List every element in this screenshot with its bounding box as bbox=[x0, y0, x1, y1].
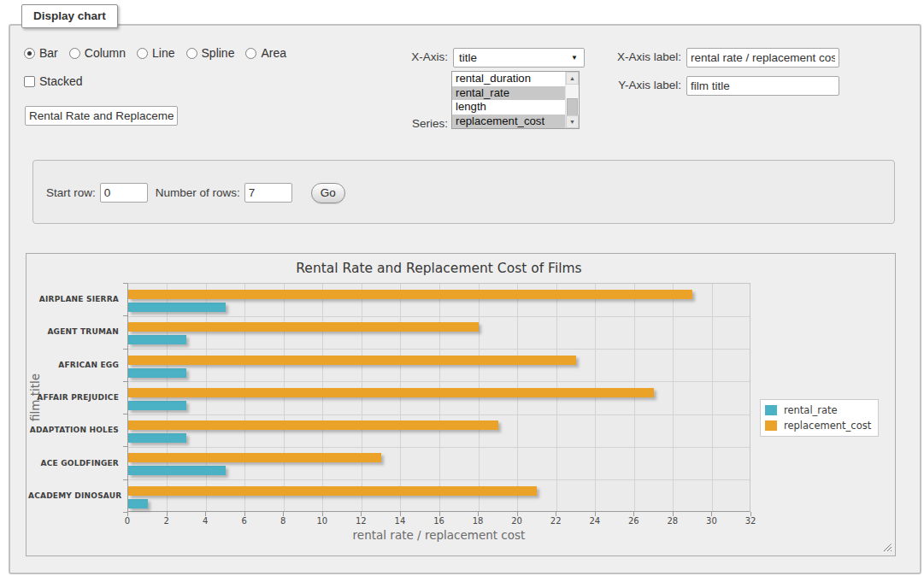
y-axis-category-label: ACADEMY DINOSAUR bbox=[28, 491, 119, 500]
h-gridline bbox=[128, 316, 750, 317]
y-axis-category-label: AGENT TRUMAN bbox=[28, 327, 119, 336]
bar-rental_rate bbox=[128, 499, 148, 509]
x-tick-label: 30 bbox=[696, 516, 727, 526]
y-axis-category-label: AFFAIR PREJUDICE bbox=[28, 393, 119, 402]
h-gridline bbox=[128, 414, 750, 415]
bar-replacement_cost bbox=[128, 388, 654, 397]
bar-replacement_cost bbox=[128, 486, 537, 496]
chart-type-option-spline[interactable]: Spline bbox=[186, 46, 235, 60]
radio-label: Column bbox=[85, 46, 126, 60]
v-gridline bbox=[322, 284, 323, 511]
legend-swatch bbox=[765, 420, 777, 431]
number-of-rows-input[interactable] bbox=[244, 183, 292, 203]
y-axis-label-input[interactable] bbox=[686, 76, 839, 96]
stacked-checkbox[interactable] bbox=[24, 76, 35, 87]
x-tick-label: 32 bbox=[735, 516, 766, 526]
scrollbar-thumb[interactable] bbox=[567, 98, 578, 116]
x-axis-label-input[interactable] bbox=[686, 48, 839, 68]
y-axis-category-label: AIRPLANE SIERRA bbox=[28, 295, 119, 303]
radio-icon[interactable] bbox=[69, 48, 80, 59]
v-gridline bbox=[673, 284, 674, 511]
chart-x-axis-label: rental rate / replacement cost bbox=[127, 528, 750, 542]
stacked-label: Stacked bbox=[39, 74, 83, 88]
chart-title: Rental Rate and Replacement Cost of Film… bbox=[127, 261, 750, 276]
number-of-rows-label: Number of rows: bbox=[156, 186, 240, 199]
series-listbox-options: rental_durationrental_ratelengthreplacem… bbox=[452, 72, 579, 128]
y-axis-category-label: ACE GOLDFINGER bbox=[28, 459, 119, 467]
radio-icon[interactable] bbox=[24, 48, 35, 59]
y-tickmark bbox=[123, 446, 127, 447]
radio-icon[interactable] bbox=[137, 48, 148, 59]
v-gridline bbox=[634, 284, 635, 511]
bar-rental_rate bbox=[128, 433, 186, 443]
bar-rental_rate bbox=[128, 368, 186, 378]
bar-replacement_cost bbox=[128, 453, 381, 462]
x-tick-label: 16 bbox=[424, 516, 455, 526]
x-tick-label: 28 bbox=[657, 516, 688, 526]
series-option-rental_rate[interactable]: rental_rate bbox=[452, 86, 565, 101]
series-listbox[interactable]: rental_durationrental_ratelengthreplacem… bbox=[451, 71, 580, 129]
x-tick-label: 8 bbox=[268, 516, 298, 526]
bar-rental_rate bbox=[128, 303, 226, 312]
chart-type-option-bar[interactable]: Bar bbox=[24, 46, 58, 60]
x-tick-label: 2 bbox=[151, 516, 182, 526]
start-row-label: Start row: bbox=[46, 186, 96, 199]
series-option-rental_duration[interactable]: rental_duration bbox=[452, 72, 565, 86]
y-tickmark bbox=[123, 512, 127, 513]
go-button[interactable]: Go bbox=[311, 183, 345, 203]
v-gridline bbox=[556, 284, 557, 511]
x-tick-label: 26 bbox=[618, 516, 649, 526]
y-axis-label-field-label: Y-Axis label: bbox=[562, 79, 681, 91]
resize-handle-icon[interactable] bbox=[882, 544, 892, 551]
x-tick-label: 6 bbox=[229, 516, 260, 526]
legend-entry-label: replacement_cost bbox=[784, 420, 871, 432]
v-gridline bbox=[439, 284, 440, 511]
h-gridline bbox=[128, 349, 750, 350]
x-tick-label: 10 bbox=[307, 516, 338, 526]
x-tick-label: 24 bbox=[580, 516, 610, 526]
x-tick-label: 20 bbox=[502, 516, 533, 526]
v-gridline bbox=[712, 284, 713, 511]
bar-rental_rate bbox=[128, 466, 226, 475]
h-gridline bbox=[128, 447, 750, 448]
row-range-controls: Start row: Number of rows: Go bbox=[46, 183, 345, 203]
v-gridline bbox=[206, 284, 207, 511]
bar-replacement_cost bbox=[128, 322, 479, 332]
chart-title-input[interactable] bbox=[25, 106, 178, 126]
bar-replacement_cost bbox=[128, 420, 498, 430]
row-range-box: Start row: Number of rows: Go bbox=[32, 160, 895, 224]
plot-area bbox=[127, 283, 750, 512]
chart-type-option-line[interactable]: Line bbox=[137, 46, 174, 60]
v-gridline bbox=[595, 284, 596, 511]
bar-replacement_cost bbox=[128, 290, 692, 299]
chart-legend: rental_ratereplacement_cost bbox=[760, 399, 879, 437]
v-gridline bbox=[362, 284, 362, 511]
stacked-checkbox-row[interactable]: Stacked bbox=[24, 74, 83, 88]
legend-entry-label: rental_rate bbox=[784, 404, 838, 416]
v-gridline bbox=[479, 284, 480, 511]
radio-icon[interactable] bbox=[186, 48, 197, 59]
radio-label: Bar bbox=[39, 46, 58, 60]
scroll-down-icon[interactable]: ▼ bbox=[566, 115, 579, 128]
v-gridline bbox=[244, 284, 245, 511]
bar-replacement_cost bbox=[128, 356, 576, 365]
chart-canvas: Rental Rate and Replacement Cost of Film… bbox=[26, 253, 896, 556]
radio-label: Area bbox=[261, 46, 286, 60]
x-tick-label: 18 bbox=[462, 516, 493, 526]
legend-swatch bbox=[765, 405, 777, 415]
chart-type-option-area[interactable]: Area bbox=[245, 46, 286, 60]
series-option-replacement_cost[interactable]: replacement_cost bbox=[452, 115, 565, 129]
y-axis-category-label: ADAPTATION HOLES bbox=[28, 426, 119, 434]
legend-entry-replacement_cost: replacement_cost bbox=[765, 420, 871, 432]
chart-type-radiogroup: BarColumnLineSplineArea bbox=[24, 46, 286, 60]
y-tickmark bbox=[123, 349, 127, 350]
x-axis-label-field-label: X-Axis label: bbox=[562, 50, 681, 63]
series-option-length[interactable]: length bbox=[452, 100, 565, 115]
start-row-input[interactable] bbox=[100, 183, 148, 203]
panel-title: Display chart bbox=[21, 4, 118, 28]
y-tickmark bbox=[123, 479, 127, 480]
chart-type-option-column[interactable]: Column bbox=[69, 46, 126, 60]
v-gridline bbox=[517, 284, 518, 511]
radio-icon[interactable] bbox=[245, 48, 256, 59]
v-gridline bbox=[400, 284, 401, 511]
